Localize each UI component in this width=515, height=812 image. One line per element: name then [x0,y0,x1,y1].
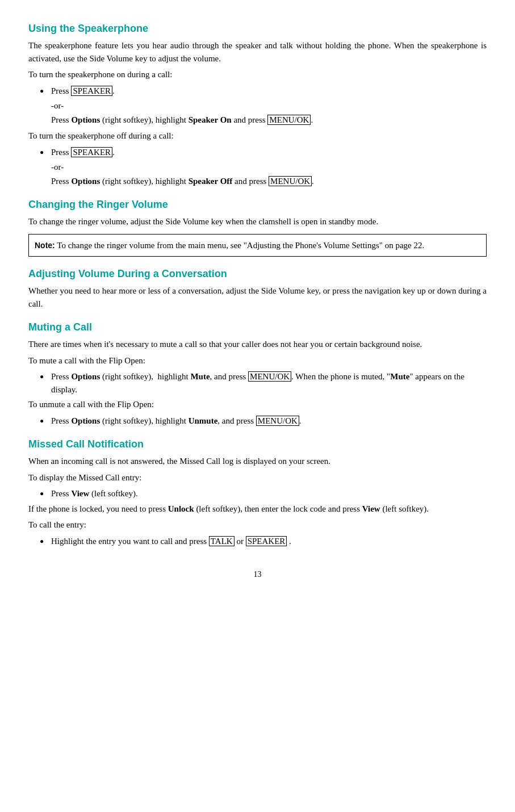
speakerphone-off-bullet: Press SPEAKER. [40,146,487,159]
muting-para1: There are times when it's necessary to m… [28,338,487,351]
call-entry-intro: To call the entry: [28,518,487,531]
page-number: 13 [28,570,487,579]
speaker-key-off: SPEAKER [71,147,112,157]
missed-call-para1: When an incoming call is not answered, t… [28,455,487,468]
speakerphone-options-on: Press Options (right softkey), highlight… [28,114,487,127]
unmute-list: Press Options (right softkey), highlight… [40,415,487,428]
missed-call-para2: To display the Missed Call entry: [28,471,487,484]
note-box: Note: To change the ringer volume from t… [28,234,487,257]
call-list: Highlight the entry you want to call and… [40,535,487,548]
view-bullet: Press View (left softkey). [40,487,487,500]
locked-para: If the phone is locked, you need to pres… [28,503,487,516]
speakerphone-intro2: To turn the speakerphone on during a cal… [28,68,487,81]
view-list: Press View (left softkey). [40,487,487,500]
mute-bullet: Press Options (right softkey), highlight… [40,370,487,396]
heading-muting: Muting a Call [28,321,487,333]
heading-missed-call: Missed Call Notification [28,438,487,450]
unmute-bullet: Press Options (right softkey), highlight… [40,415,487,428]
unmute-intro: To unmute a call with the Flip Open: [28,398,487,411]
speakerphone-or1: -or- [28,99,487,112]
heading-adjusting-volume: Adjusting Volume During a Conversation [28,268,487,280]
call-bullet: Highlight the entry you want to call and… [40,535,487,548]
speakerphone-on-bullet: Press SPEAKER. [40,85,487,98]
note-label: Note: [35,241,55,250]
page-content: Using the Speakerphone The speakerphone … [28,23,487,579]
adjusting-volume-para: Whether you need to hear more or less of… [28,284,487,310]
speaker-key-on: SPEAKER [71,86,112,96]
heading-ringer-volume: Changing the Ringer Volume [28,199,487,211]
speakerphone-options-off: Press Options (right softkey), highlight… [28,175,487,188]
mute-list: Press Options (right softkey), highlight… [40,370,487,396]
speakerphone-or2: -or- [28,161,487,174]
ringer-volume-para: To change the ringer volume, adjust the … [28,215,487,228]
speakerphone-on-list: Press SPEAKER. [40,85,487,98]
heading-speakerphone: Using the Speakerphone [28,23,487,35]
speakerphone-off-intro: To turn the speakerphone off during a ca… [28,129,487,143]
muting-para2: To mute a call with the Flip Open: [28,354,487,367]
speakerphone-off-list: Press SPEAKER. [40,146,487,159]
note-text: To change the ringer volume from the mai… [57,241,424,250]
speakerphone-intro1: The speakerphone feature lets you hear a… [28,39,487,65]
